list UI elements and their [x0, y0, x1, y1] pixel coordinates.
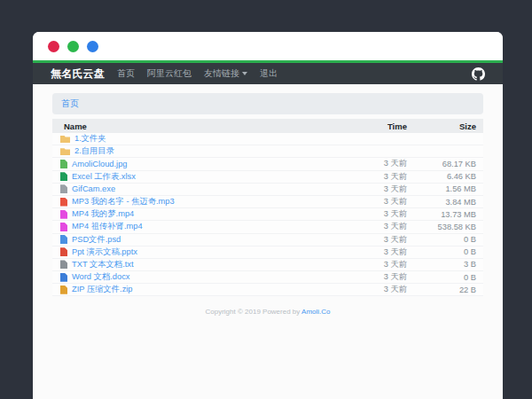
file-name-link[interactable]: Word 文档.docx [72, 271, 129, 283]
table-row: MP3 我的名字 - 焦迈奇.mp3 3 天前 3.84 MB [52, 196, 483, 208]
ppt-icon [60, 247, 67, 256]
file-time: 3 天前 [350, 271, 412, 283]
exe-icon [60, 184, 67, 193]
file-size: 0 B [412, 247, 483, 256]
navbar: 無名氏云盘 首页 阿里云红包 友情链接 退出 [33, 60, 503, 84]
file-name-link[interactable]: ZIP 压缩文件.zip [72, 284, 133, 295]
file-time: 3 天前 [350, 259, 412, 270]
file-time: 3 天前 [350, 184, 412, 195]
file-size: 1.56 MB [412, 184, 483, 193]
file-name-link[interactable]: Ppt 演示文稿.pptx [72, 246, 137, 258]
file-table: Name Time Size 1.文件夹 2.自用目录 AmoliCloud.j… [52, 119, 483, 296]
brand-title[interactable]: 無名氏云盘 [51, 66, 105, 82]
psd-icon [60, 235, 67, 244]
file-size: 68.17 KB [412, 160, 483, 168]
minimize-dot[interactable] [67, 41, 79, 52]
zip-icon [60, 286, 67, 294]
image-icon [60, 160, 67, 168]
file-time: 3 天前 [350, 196, 412, 207]
page-content: 首页 Name Time Size 1.文件夹 2.自用目录 AmoliClou… [33, 84, 503, 316]
table-row: 2.自用目录 [52, 145, 483, 158]
breadcrumb: 首页 [52, 93, 483, 114]
favicon-dot [87, 41, 98, 52]
file-time: 3 天前 [350, 171, 412, 183]
folder-icon [60, 135, 70, 143]
breadcrumb-home-link[interactable]: 首页 [61, 98, 79, 110]
folder-icon [60, 147, 70, 155]
copyright-text: Copyright © 2019 Powered by [205, 308, 301, 316]
footer-brand-link[interactable]: Amoli.Co [301, 308, 330, 316]
file-time: 3 天前 [350, 284, 412, 295]
file-time: 3 天前 [350, 246, 412, 258]
file-size: 22 B [412, 286, 483, 294]
file-size: 3.84 MB [412, 198, 483, 207]
file-name-link[interactable]: Excel 工作表.xlsx [72, 171, 136, 183]
audio-icon [60, 198, 67, 207]
word-icon [60, 273, 67, 282]
table-row: MP4 祖传补肾.mp4 3 天前 538.58 KB [52, 221, 483, 233]
excel-icon [60, 172, 67, 181]
file-name-link[interactable]: PSD文件.psd [72, 234, 121, 246]
file-name-link[interactable]: MP4 我的梦.mp4 [72, 208, 134, 220]
table-row: 1.文件夹 [52, 133, 483, 145]
table-row: Ppt 演示文稿.pptx 3 天前 0 B [52, 246, 483, 259]
nav-item-home[interactable]: 首页 [117, 67, 135, 80]
file-name-link[interactable]: MP4 祖传补肾.mp4 [72, 221, 143, 232]
file-name-link[interactable]: 2.自用目录 [74, 145, 114, 157]
column-header-size[interactable]: Size [412, 121, 483, 131]
window-titlebar [33, 32, 503, 60]
file-time: 3 天前 [350, 208, 412, 220]
file-size: 13.73 MB [412, 210, 483, 219]
txt-icon [60, 260, 67, 269]
table-row: TXT 文本文档.txt 3 天前 3 B [52, 259, 483, 271]
file-time: 3 天前 [350, 158, 412, 169]
browser-window: 無名氏云盘 首页 阿里云红包 友情链接 退出 首页 Name Time Size… [33, 32, 503, 399]
nav-item-links-dropdown[interactable]: 友情链接 [204, 67, 247, 80]
file-size: 0 B [412, 273, 483, 282]
github-icon[interactable] [472, 67, 485, 81]
table-body: 1.文件夹 2.自用目录 AmoliCloud.jpg 3 天前 68.17 K… [52, 133, 483, 296]
table-row: GifCam.exe 3 天前 1.56 MB [52, 184, 483, 196]
table-row: PSD文件.psd 3 天前 0 B [52, 234, 483, 246]
column-header-time[interactable]: Time [350, 121, 412, 131]
close-dot[interactable] [48, 41, 59, 52]
table-header-row: Name Time Size [52, 119, 483, 133]
table-row: ZIP 压缩文件.zip 3 天前 22 B [52, 284, 483, 296]
file-time: 3 天前 [350, 234, 412, 246]
video-icon [60, 210, 67, 219]
file-name-link[interactable]: MP3 我的名字 - 焦迈奇.mp3 [72, 196, 175, 207]
caret-down-icon [242, 72, 247, 75]
footer: Copyright © 2019 Powered by Amoli.Co [52, 308, 483, 316]
nav-item-aliyun-redpacket[interactable]: 阿里云红包 [147, 67, 192, 80]
table-row: AmoliCloud.jpg 3 天前 68.17 KB [52, 158, 483, 170]
file-name-link[interactable]: AmoliCloud.jpg [72, 160, 128, 168]
file-name-link[interactable]: GifCam.exe [72, 184, 115, 193]
file-size: 6.46 KB [412, 172, 483, 181]
file-name-link[interactable]: 1.文件夹 [74, 133, 106, 145]
table-row: Excel 工作表.xlsx 3 天前 6.46 KB [52, 171, 483, 184]
nav-item-logout[interactable]: 退出 [260, 67, 278, 80]
file-time: 3 天前 [350, 221, 412, 232]
file-size: 3 B [412, 260, 483, 269]
table-row: MP4 我的梦.mp4 3 天前 13.73 MB [52, 208, 483, 221]
file-name-link[interactable]: TXT 文本文档.txt [72, 259, 134, 270]
video-icon [60, 223, 67, 231]
file-size: 538.58 KB [412, 223, 483, 231]
column-header-name[interactable]: Name [52, 121, 350, 131]
file-size: 0 B [412, 235, 483, 244]
table-row: Word 文档.docx 3 天前 0 B [52, 271, 483, 284]
